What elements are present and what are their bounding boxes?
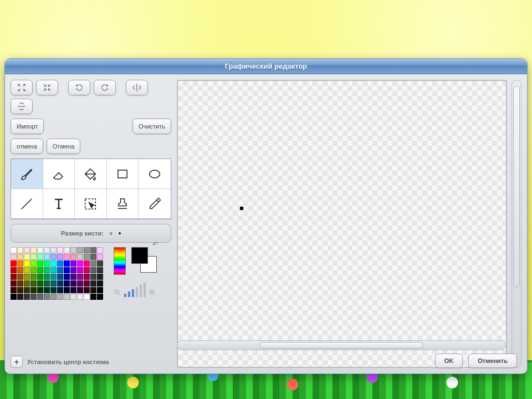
palette-swatch[interactable] [70, 274, 76, 280]
palette-swatch[interactable] [97, 280, 103, 287]
tool-eyedropper[interactable] [139, 189, 171, 219]
palette-swatch[interactable] [37, 247, 43, 253]
palette-swatch[interactable] [84, 280, 90, 287]
palette-swatch[interactable] [17, 294, 23, 300]
zoom-bar[interactable] [128, 291, 130, 297]
palette-swatch[interactable] [11, 287, 17, 293]
palette-swatch[interactable] [17, 260, 23, 267]
palette-swatch[interactable] [50, 247, 57, 253]
zoom-bar[interactable] [144, 283, 146, 297]
palette-swatch[interactable] [11, 260, 17, 267]
tool-eraser[interactable] [43, 159, 75, 189]
palette-swatch[interactable] [64, 287, 70, 293]
tool-select[interactable] [75, 189, 107, 219]
drawing-canvas[interactable] [177, 80, 507, 368]
palette-swatch[interactable] [30, 260, 37, 267]
palette-swatch[interactable] [57, 267, 63, 273]
palette-swatch[interactable] [44, 280, 50, 287]
palette-swatch[interactable] [24, 267, 30, 273]
palette-swatch[interactable] [77, 280, 83, 287]
palette-swatch[interactable] [11, 254, 17, 260]
palette-swatch[interactable] [90, 254, 96, 260]
tool-line[interactable] [11, 189, 43, 219]
palette-swatch[interactable] [77, 254, 83, 260]
palette-swatch[interactable] [77, 274, 83, 280]
palette-swatch[interactable] [97, 247, 103, 253]
palette-swatch[interactable] [37, 254, 43, 260]
redo-button[interactable]: Отмена [47, 139, 80, 154]
clear-button[interactable]: Очистить [132, 119, 171, 134]
flip-vertical-button[interactable] [11, 99, 33, 114]
palette-swatch[interactable] [64, 260, 70, 267]
palette-swatch[interactable] [17, 254, 23, 260]
palette-swatch[interactable] [11, 247, 17, 253]
palette-swatch[interactable] [30, 274, 37, 280]
flip-horizontal-button[interactable] [126, 80, 148, 95]
rotate-cw-button[interactable] [94, 80, 116, 95]
palette-swatch[interactable] [70, 287, 76, 293]
palette-swatch[interactable] [70, 254, 76, 260]
horizontal-scrollbar[interactable] [177, 340, 506, 350]
palette-swatch[interactable] [84, 260, 90, 267]
color-spectrum-picker[interactable] [114, 247, 126, 275]
palette-swatch[interactable] [50, 294, 57, 300]
palette-swatch[interactable] [44, 274, 50, 280]
palette-swatch[interactable] [84, 247, 90, 253]
grow-button[interactable] [11, 80, 33, 95]
palette-swatch[interactable] [17, 267, 23, 273]
palette-swatch[interactable] [90, 267, 96, 273]
palette-swatch[interactable] [84, 274, 90, 280]
palette-swatch[interactable] [50, 267, 57, 273]
palette-swatch[interactable] [97, 274, 103, 280]
palette-swatch[interactable] [57, 287, 63, 293]
palette-swatch[interactable] [70, 267, 76, 273]
palette-swatch[interactable] [17, 247, 23, 253]
palette-swatch[interactable] [57, 247, 63, 253]
palette-swatch[interactable] [84, 294, 90, 300]
palette-swatch[interactable] [77, 247, 83, 253]
palette-swatch[interactable] [44, 247, 50, 253]
palette-swatch[interactable] [50, 254, 57, 260]
palette-swatch[interactable] [11, 294, 17, 300]
palette-swatch[interactable] [77, 294, 83, 300]
palette-swatch[interactable] [64, 254, 70, 260]
palette-swatch[interactable] [77, 287, 83, 293]
palette-swatch[interactable] [17, 280, 23, 287]
palette-swatch[interactable] [50, 287, 57, 293]
palette-swatch[interactable] [90, 294, 96, 300]
palette-swatch[interactable] [77, 267, 83, 273]
tool-stamp[interactable] [107, 189, 139, 219]
palette-swatch[interactable] [44, 267, 50, 273]
palette-swatch[interactable] [64, 247, 70, 253]
palette-swatch[interactable] [24, 280, 30, 287]
palette-swatch[interactable] [17, 287, 23, 293]
palette-swatch[interactable] [30, 294, 37, 300]
palette-swatch[interactable] [24, 254, 30, 260]
palette-swatch[interactable] [77, 260, 83, 267]
palette-swatch[interactable] [90, 287, 96, 293]
palette-swatch[interactable] [50, 260, 57, 267]
vertical-scrollbar[interactable] [511, 80, 521, 368]
palette-swatch[interactable] [57, 260, 63, 267]
tool-ellipse[interactable] [139, 159, 171, 189]
palette-swatch[interactable] [30, 247, 37, 253]
zoom-bar[interactable] [124, 294, 126, 297]
tool-rectangle[interactable] [107, 159, 139, 189]
swap-colors-icon[interactable]: ↶ [152, 241, 158, 248]
zoom-in-icon[interactable] [148, 288, 157, 297]
tool-brush[interactable] [11, 159, 43, 189]
palette-swatch[interactable] [24, 274, 30, 280]
import-button[interactable]: Импорт [11, 119, 44, 134]
palette-swatch[interactable] [97, 287, 103, 293]
horizontal-scrollbar-thumb[interactable] [259, 342, 423, 349]
palette-swatch[interactable] [97, 267, 103, 273]
tool-fill[interactable] [75, 159, 107, 189]
palette-swatch[interactable] [70, 280, 76, 287]
zoom-out-icon[interactable] [113, 288, 122, 297]
palette-swatch[interactable] [70, 260, 76, 267]
palette-swatch[interactable] [11, 274, 17, 280]
zoom-bar[interactable] [132, 289, 134, 297]
palette-swatch[interactable] [90, 274, 96, 280]
palette-swatch[interactable] [97, 260, 103, 267]
fg-bg-swatch[interactable]: ↶ [131, 247, 157, 273]
